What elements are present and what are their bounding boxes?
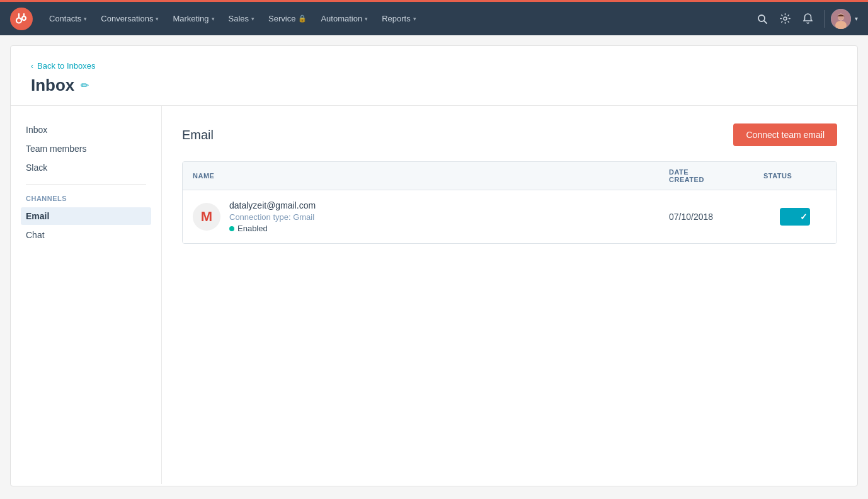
table-header: NAME DATECREATED STATUS — [183, 162, 837, 190]
content-header: Email Connect team email — [182, 123, 837, 146]
back-to-inboxes-link[interactable]: ‹ Back to Inboxes — [31, 61, 837, 71]
col-name-header: NAME — [193, 172, 669, 180]
nav-divider — [824, 10, 825, 28]
sidebar: Inbox Team members Slack Channels Email … — [11, 106, 162, 484]
col-date-header: DATECREATED — [669, 168, 763, 183]
status-dot-icon — [229, 226, 234, 231]
gmail-icon-wrap: M — [193, 203, 220, 231]
email-address: datalyzeit@gmail.com — [229, 200, 669, 210]
page-title-row: Inbox ✏ — [31, 76, 837, 95]
nav-item-reports[interactable]: Reports ▾ — [375, 10, 423, 27]
nav-item-automation[interactable]: Automation ▾ — [314, 10, 374, 27]
back-chevron-icon: ‹ — [31, 62, 33, 71]
nav-item-marketing[interactable]: Marketing ▾ — [166, 10, 220, 27]
notifications-button[interactable] — [797, 9, 818, 29]
sidebar-item-slack[interactable]: Slack — [21, 159, 151, 176]
sidebar-item-team-members[interactable]: Team members — [21, 140, 151, 158]
date-created-cell: 07/10/2018 — [669, 212, 763, 222]
chevron-down-icon: ▾ — [413, 16, 416, 22]
hubspot-logo[interactable] — [10, 8, 33, 30]
connect-team-email-button[interactable]: Connect team email — [733, 123, 837, 146]
nav-menu: Contacts ▾ Conversations ▾ Marketing ▾ S… — [43, 10, 752, 27]
chevron-down-icon: ▾ — [84, 16, 87, 22]
table-row: M datalyzeit@gmail.com Connection type: … — [183, 190, 837, 243]
settings-button[interactable] — [775, 9, 795, 29]
chevron-down-icon: ▾ — [212, 16, 215, 22]
email-section-title: Email — [182, 128, 214, 142]
avatar[interactable] — [831, 9, 851, 29]
nav-item-contacts[interactable]: Contacts ▾ — [43, 10, 93, 27]
svg-point-3 — [783, 17, 786, 20]
status-toggle-cell: ✓ — [763, 208, 826, 226]
lock-icon: 🔒 — [298, 14, 307, 23]
page-header: ‹ Back to Inboxes Inbox ✏ — [11, 46, 857, 106]
email-table: NAME DATECREATED STATUS M datalyzeit — [182, 161, 837, 244]
email-toggle[interactable]: ✓ — [780, 208, 810, 226]
chevron-down-icon: ▾ — [251, 16, 254, 22]
chevron-down-icon: ▾ — [365, 16, 368, 22]
svg-line-2 — [764, 21, 767, 23]
nav-item-sales[interactable]: Sales ▾ — [222, 10, 261, 27]
nav-item-conversations[interactable]: Conversations ▾ — [94, 10, 165, 27]
content-layout: Inbox Team members Slack Channels Email … — [11, 106, 857, 484]
main-content: Email Connect team email NAME DATECREATE… — [162, 106, 857, 484]
sidebar-item-chat[interactable]: Chat — [21, 226, 151, 244]
navbar-right: ▾ — [752, 9, 858, 29]
sidebar-item-email[interactable]: Email — [21, 207, 151, 225]
sidebar-divider — [26, 184, 146, 185]
toggle-check-icon: ✓ — [800, 212, 808, 222]
nav-item-service[interactable]: Service 🔒 — [262, 10, 313, 27]
toggle-track[interactable]: ✓ — [780, 208, 810, 226]
email-enabled-status: Enabled — [229, 224, 669, 233]
avatar-chevron-icon[interactable]: ▾ — [855, 15, 858, 22]
connection-type: Connection type: Gmail — [229, 212, 669, 222]
col-status-header: STATUS — [763, 172, 826, 180]
gmail-m-icon: M — [201, 209, 212, 225]
chevron-down-icon: ▾ — [156, 16, 159, 22]
page-wrapper: ‹ Back to Inboxes Inbox ✏ Inbox Team mem… — [10, 45, 858, 486]
channels-section-label: Channels — [21, 195, 151, 202]
navbar: Contacts ▾ Conversations ▾ Marketing ▾ S… — [0, 0, 868, 35]
edit-icon[interactable]: ✏ — [81, 79, 89, 91]
page-title: Inbox — [31, 76, 74, 95]
search-button[interactable] — [752, 9, 772, 29]
email-info: datalyzeit@gmail.com Connection type: Gm… — [229, 200, 669, 233]
sidebar-item-inbox[interactable]: Inbox — [21, 121, 151, 139]
